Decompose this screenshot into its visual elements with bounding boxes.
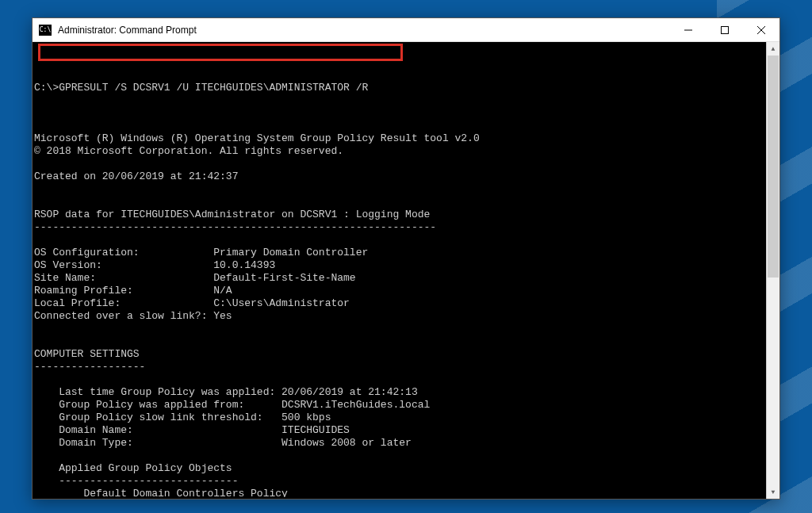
vertical-scrollbar[interactable]: ▲ ▼ xyxy=(766,42,779,499)
terminal-line: ----------------------------------------… xyxy=(34,221,766,234)
terminal-line xyxy=(34,120,766,132)
terminal-line: Default Domain Controllers Policy xyxy=(34,488,766,497)
terminal-line xyxy=(34,196,766,209)
terminal-line xyxy=(34,323,766,335)
terminal-line: ----------------------------- xyxy=(34,475,766,488)
terminal-area[interactable]: C:\>GPRESULT /S DCSRV1 /U ITECHGUIDES\AD… xyxy=(33,42,779,499)
minimize-icon xyxy=(684,26,692,34)
terminal-line: Created on ‎20/‎06/‎2019 at 21:42:37 xyxy=(34,170,766,183)
terminal-line xyxy=(34,234,766,247)
scroll-down-button[interactable]: ▼ xyxy=(767,485,779,499)
terminal-line: OS Configuration: Primary Domain Control… xyxy=(34,247,766,259)
terminal-line: Applied Group Policy Objects xyxy=(34,462,766,475)
svg-rect-1 xyxy=(722,26,729,33)
terminal-line: Site Name: Default-First-Site-Name xyxy=(34,272,766,285)
command-highlight-box xyxy=(38,44,403,61)
terminal-line: Domain Type: Windows 2008 or later xyxy=(34,437,766,450)
maximize-icon xyxy=(721,26,729,34)
maximize-button[interactable] xyxy=(707,18,743,41)
terminal-line: ------------------ xyxy=(34,361,766,373)
command-text: GPRESULT /S DCSRV1 /U ITECHGUIDES\ADMINI… xyxy=(59,82,368,94)
terminal-line: RSOP data for ITECHGUIDES\Administrator … xyxy=(34,209,766,221)
terminal-line: Last time Group Policy was applied: 20/0… xyxy=(34,386,766,399)
window-controls xyxy=(670,18,779,41)
command-line: C:\>GPRESULT /S DCSRV1 /U ITECHGUIDES\AD… xyxy=(34,82,766,94)
terminal-line xyxy=(34,158,766,170)
window-titlebar[interactable]: C:\ Administrator: Command Prompt xyxy=(33,18,779,42)
terminal-line: COMPUTER SETTINGS xyxy=(34,348,766,361)
scrollbar-thumb[interactable] xyxy=(768,56,779,278)
terminal-line: OS Version: 10.0.14393 xyxy=(34,259,766,272)
terminal-output: Microsoft (R) Windows (R) Operating Syst… xyxy=(34,120,766,497)
cmd-icon: C:\ xyxy=(39,25,52,36)
prompt: C:\> xyxy=(34,82,59,94)
terminal-line xyxy=(34,373,766,386)
terminal-line: Domain Name: ITECHGUIDES xyxy=(34,424,766,437)
close-button[interactable] xyxy=(743,18,779,41)
terminal-content: C:\>GPRESULT /S DCSRV1 /U ITECHGUIDES\AD… xyxy=(34,44,766,497)
command-prompt-window: C:\ Administrator: Command Prompt C:\>GP… xyxy=(32,17,780,500)
terminal-line: © 2018 Microsoft Corporation. All rights… xyxy=(34,145,766,158)
terminal-line: Microsoft (R) Windows (R) Operating Syst… xyxy=(34,132,766,145)
terminal-line: Group Policy slow link threshold: 500 kb… xyxy=(34,412,766,424)
minimize-button[interactable] xyxy=(670,18,707,41)
scroll-up-button[interactable]: ▲ xyxy=(767,42,779,56)
terminal-line: Group Policy was applied from: DCSRV1.iT… xyxy=(34,399,766,412)
terminal-line xyxy=(34,450,766,462)
terminal-line: Roaming Profile: N/A xyxy=(34,285,766,297)
close-icon xyxy=(757,26,765,34)
terminal-line: Connected over a slow link?: Yes xyxy=(34,310,766,323)
terminal-line: Local Profile: C:\Users\Administrator xyxy=(34,297,766,310)
terminal-line xyxy=(34,183,766,196)
terminal-line xyxy=(34,335,766,348)
window-title: Administrator: Command Prompt xyxy=(58,25,670,36)
